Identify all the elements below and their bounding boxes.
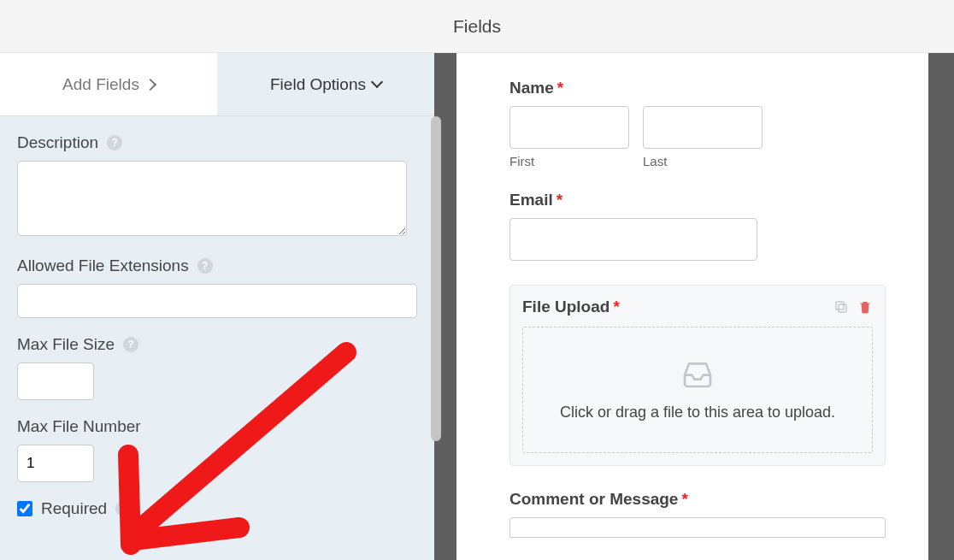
help-icon[interactable]: ? [115,501,131,516]
option-allowed-extensions: Allowed File Extensions ? [17,256,417,318]
field-name: Name * First Last [509,79,886,168]
svg-rect-1 [836,302,844,309]
field-actions [833,299,873,315]
required-asterisk: * [613,298,619,316]
inbox-icon [680,359,715,392]
sublabel: Last [643,154,763,168]
required-asterisk: * [681,490,687,509]
label-text: Max File Number [17,417,141,436]
left-panel: Add Fields Field Options Description ? A… [0,53,434,560]
upload-dropzone[interactable]: Click or drag a file to this area to upl… [522,327,873,453]
help-icon[interactable]: ? [107,135,122,150]
first-name-input[interactable] [509,106,629,149]
label-text: Comment or Message [509,490,678,509]
label-text: Max File Size [17,335,115,354]
field-comment: Comment or Message * [509,490,886,538]
option-label-row: Description ? [17,133,417,152]
field-label: Name * [509,79,886,97]
email-input[interactable] [509,218,757,261]
option-label-row: Allowed File Extensions ? [17,256,417,275]
description-textarea[interactable] [17,161,407,236]
options-list: Description ? Allowed File Extensions ? … [0,116,434,518]
label-text: Allowed File Extensions [17,256,189,275]
label-text: Required [41,499,107,518]
option-max-file-number: Max File Number [17,417,417,482]
name-inputs: First Last [509,106,886,168]
tab-label: Add Fields [62,75,139,94]
svg-rect-0 [839,304,846,312]
field-label: Comment or Message * [509,490,886,509]
label-text: File Upload [522,298,610,316]
option-label-row: Max File Number [17,417,417,436]
option-description: Description ? [17,133,417,239]
panel-tabs: Add Fields Field Options [0,53,434,116]
sublabel: First [509,154,629,168]
required-asterisk: * [557,79,563,97]
right-wrap: Name * First Last Email * [456,53,954,560]
first-name-col: First [509,106,629,168]
form-preview: Name * First Last Email * [456,53,928,560]
allowed-extensions-input[interactable] [17,284,417,318]
upload-header: File Upload * [522,298,873,316]
page-header: Fields [0,0,954,53]
page-title: Fields [453,16,501,37]
tab-field-options[interactable]: Field Options [217,53,434,115]
field-label: File Upload * [522,298,620,316]
chevron-down-icon [371,76,383,88]
help-icon[interactable]: ? [197,258,213,274]
option-max-file-size: Max File Size ? [17,335,417,400]
field-label: Email * [509,191,886,209]
max-file-number-input[interactable] [17,445,94,482]
help-icon[interactable]: ? [123,337,138,352]
last-name-input[interactable] [643,106,763,149]
label-text: Description [17,133,98,152]
field-email: Email * [509,191,886,261]
tab-add-fields[interactable]: Add Fields [0,53,217,115]
tab-label: Field Options [270,75,366,94]
required-asterisk: * [556,191,562,209]
field-file-upload[interactable]: File Upload * [509,285,886,466]
option-label-row: Max File Size ? [17,335,417,354]
required-checkbox[interactable] [17,501,32,516]
chevron-right-icon [144,78,156,90]
last-name-col: Last [643,106,763,168]
label-text: Name [509,79,554,97]
scrollbar[interactable] [431,116,441,441]
option-required: Required ? [17,499,417,518]
trash-icon[interactable] [857,299,873,315]
dropzone-text: Click or drag a file to this area to upl… [560,404,835,421]
main-area: Add Fields Field Options Description ? A… [0,53,954,560]
label-text: Email [509,191,553,209]
comment-textarea[interactable] [509,517,886,538]
max-file-size-input[interactable] [17,363,94,400]
duplicate-icon[interactable] [833,299,849,315]
